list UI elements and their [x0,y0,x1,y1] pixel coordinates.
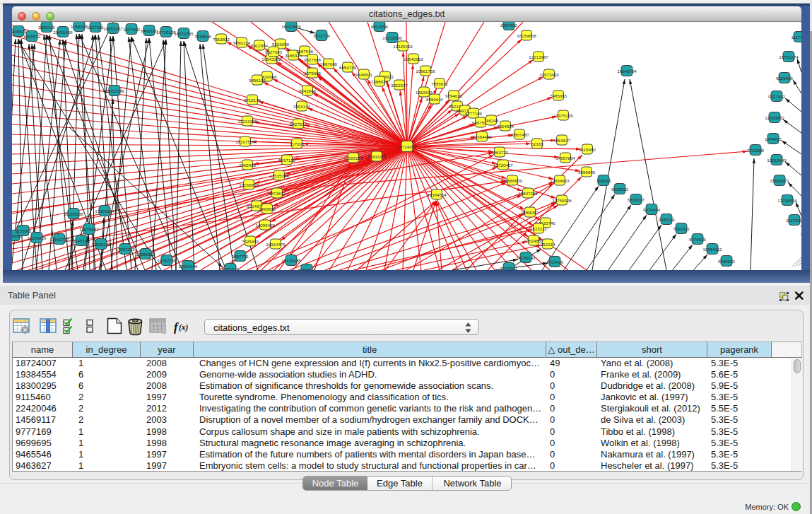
svg-text:16543382: 16543382 [261,57,281,62]
svg-text:19975857: 19975857 [79,227,99,232]
svg-text:10973493: 10973493 [539,72,559,77]
svg-text:10688609: 10688609 [502,178,522,183]
svg-text:5267110: 5267110 [278,158,295,163]
svg-text:15692971: 15692971 [770,178,789,183]
svg-text:12505135: 12505135 [91,242,111,247]
svg-text:9699695: 9699695 [578,170,596,175]
svg-text:28053346: 28053346 [105,88,124,93]
svg-text:3824554: 3824554 [497,124,514,129]
svg-text:17359924: 17359924 [95,209,114,214]
svg-text:19218506: 19218506 [382,35,402,40]
svg-text:7625402: 7625402 [242,239,259,244]
svg-text:10756928: 10756928 [552,198,572,203]
svg-text:5226058: 5226058 [272,42,290,47]
svg-text:1965493: 1965493 [239,163,257,168]
svg-text:7863722: 7863722 [491,150,509,155]
svg-text:9146821: 9146821 [355,72,373,77]
svg-text:9245012: 9245012 [222,267,240,271]
svg-text:1405572: 1405572 [23,34,41,39]
svg-text:(x): (x) [179,323,189,332]
svg-text:9242848: 9242848 [299,88,317,93]
svg-text:1244415: 1244415 [765,136,782,141]
svg-text:9794028: 9794028 [445,93,463,98]
svg-text:9245652: 9245652 [718,259,736,264]
svg-text:3187546: 3187546 [296,49,314,54]
svg-text:7515546: 7515546 [194,34,212,39]
svg-text:1065325: 1065325 [71,24,88,29]
svg-text:8938923: 8938923 [611,187,629,192]
svg-text:17975125: 17975125 [553,113,573,118]
svg-text:9175301: 9175301 [500,266,518,271]
svg-text:18300295: 18300295 [367,154,387,159]
svg-text:2903144: 2903144 [293,104,311,109]
svg-text:15300273: 15300273 [343,156,363,160]
svg-text:12213967: 12213967 [529,54,548,59]
svg-text:10719155: 10719155 [156,30,176,35]
svg-text:6466160: 6466160 [141,28,158,33]
svg-text:2069140: 2069140 [38,25,56,30]
svg-text:3322037: 3322037 [391,83,408,88]
svg-text:13535394: 13535394 [269,173,289,178]
svg-text:19384554: 19384554 [427,192,447,197]
svg-text:6879197: 6879197 [628,197,645,202]
svg-text:9115460: 9115460 [579,147,596,152]
svg-text:2935114: 2935114 [658,217,675,222]
svg-text:8454749: 8454749 [339,65,357,70]
svg-text:18724007: 18724007 [397,144,417,149]
svg-text:8912954: 8912954 [251,43,269,48]
svg-text:5215958: 5215958 [747,148,765,153]
svg-text:1588520: 1588520 [371,79,389,84]
svg-text:2967608: 2967608 [320,62,338,66]
svg-text:8990444: 8990444 [426,97,444,102]
svg-text:164095: 164095 [596,178,611,183]
svg-text:16782759: 16782759 [157,258,177,263]
svg-text:9860124: 9860124 [233,40,251,45]
svg-text:9857791: 9857791 [232,254,249,259]
svg-text:8813054: 8813054 [371,24,389,29]
svg-text:1117404: 1117404 [791,35,801,40]
svg-text:1145193: 1145193 [73,238,90,243]
svg-text:7485063: 7485063 [550,93,567,98]
svg-text:10210643: 10210643 [767,158,787,163]
svg-text:8873832: 8873832 [269,191,286,196]
svg-text:8380512: 8380512 [298,267,316,271]
svg-text:9084067: 9084067 [522,210,539,215]
svg-text:14957864: 14957864 [555,156,575,160]
svg-text:19166823: 19166823 [239,182,259,187]
svg-text:9427512: 9427512 [290,122,307,127]
svg-text:9777109: 9777109 [465,111,483,116]
svg-text:10958117: 10958117 [136,252,155,257]
svg-text:13654923: 13654923 [550,178,570,183]
svg-text:14136141: 14136141 [516,255,536,260]
svg-text:10654112: 10654112 [702,247,722,252]
svg-text:16648784: 16648784 [617,69,637,74]
svg-text:3572734: 3572734 [313,33,331,38]
svg-text:1362615: 1362615 [416,90,433,95]
svg-text:16914479: 16914479 [266,242,286,247]
svg-text:13325419: 13325419 [393,44,413,49]
svg-text:9227342: 9227342 [768,94,786,99]
svg-text:1527602: 1527602 [123,27,141,32]
svg-text:16671355: 16671355 [174,31,194,36]
svg-text:12942737: 12942737 [49,237,69,242]
svg-text:1167533: 1167533 [786,218,801,223]
svg-text:16107554: 16107554 [235,139,255,144]
svg-text:12093832: 12093832 [765,115,784,120]
svg-text:12213369: 12213369 [237,119,257,124]
svg-text:317006: 317006 [290,141,305,146]
svg-text:252214: 252214 [541,242,555,247]
svg-text:18640910: 18640910 [404,57,423,62]
svg-text:20206538: 20206538 [64,211,83,216]
svg-text:1405571: 1405571 [12,29,28,34]
svg-text:10807487: 10807487 [510,132,529,137]
svg-text:7632621: 7632621 [673,226,690,231]
svg-text:17957225: 17957225 [115,247,135,252]
svg-text:9329966: 9329966 [776,76,794,81]
svg-text:9474444: 9474444 [643,207,661,212]
svg-text:3675685: 3675685 [304,71,322,76]
svg-text:16154808: 16154808 [517,33,536,38]
svg-text:16033809: 16033809 [281,24,301,29]
svg-text:9327508: 9327508 [304,57,322,62]
svg-text:1733426: 1733426 [546,259,564,264]
svg-text:746246: 746246 [484,118,499,123]
